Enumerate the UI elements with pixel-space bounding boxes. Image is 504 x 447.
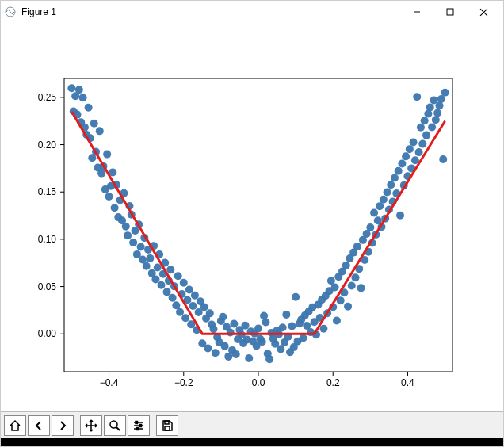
svg-point-68	[163, 288, 171, 296]
svg-point-90	[204, 344, 212, 352]
svg-point-40	[111, 204, 119, 212]
titlebar: Figure 1	[1, 1, 503, 23]
configure-button[interactable]	[128, 415, 150, 436]
y-tick-label: 0.25	[38, 92, 57, 103]
svg-point-212	[432, 116, 440, 124]
svg-point-57	[143, 262, 151, 270]
svg-point-112	[245, 354, 253, 362]
svg-point-83	[191, 292, 199, 300]
svg-point-132	[282, 311, 290, 319]
svg-point-172	[357, 284, 365, 292]
svg-line-219	[116, 427, 120, 430]
svg-point-170	[353, 243, 361, 250]
svg-point-196	[402, 152, 410, 160]
back-button[interactable]	[28, 415, 50, 436]
svg-point-198	[406, 145, 414, 153]
svg-point-152	[319, 325, 327, 333]
svg-point-164	[342, 262, 350, 269]
svg-point-117	[254, 324, 262, 332]
svg-point-104	[230, 319, 238, 327]
svg-point-54	[137, 243, 145, 250]
svg-rect-223	[136, 421, 138, 423]
y-tick-label: 0.05	[38, 281, 57, 292]
svg-point-205	[418, 140, 426, 148]
svg-point-21	[75, 86, 83, 94]
svg-point-182	[376, 202, 384, 210]
svg-point-167	[348, 282, 356, 290]
svg-point-215	[437, 95, 445, 103]
svg-rect-2	[447, 9, 453, 15]
svg-point-129	[277, 345, 284, 353]
svg-point-192	[395, 167, 403, 175]
svg-point-94	[212, 349, 220, 357]
svg-point-207	[422, 132, 430, 139]
svg-point-105	[232, 350, 240, 358]
forward-button[interactable]	[52, 415, 74, 436]
home-button[interactable]	[4, 415, 26, 436]
svg-point-47	[124, 231, 132, 239]
svg-rect-226	[165, 421, 169, 424]
svg-point-121	[262, 318, 269, 326]
svg-point-159	[333, 317, 341, 325]
svg-point-186	[384, 188, 391, 196]
svg-point-206	[421, 117, 429, 124]
svg-point-202	[413, 93, 421, 101]
svg-point-91	[206, 309, 214, 317]
svg-point-135	[288, 322, 296, 330]
close-button[interactable]	[467, 1, 500, 23]
svg-point-209	[426, 103, 434, 111]
navigation-toolbar	[1, 411, 503, 438]
svg-point-59	[146, 254, 154, 262]
svg-point-55	[139, 255, 147, 263]
svg-point-158	[331, 283, 339, 291]
svg-point-77	[180, 279, 188, 287]
svg-point-73	[172, 301, 180, 309]
svg-point-37	[105, 193, 113, 201]
svg-point-218	[110, 421, 117, 428]
svg-point-119	[258, 338, 266, 346]
svg-point-141	[300, 334, 307, 342]
svg-point-102	[227, 329, 235, 337]
svg-point-165	[344, 303, 352, 311]
plot-canvas[interactable]: −0.4−0.20.00.20.40.000.050.100.150.200.2…	[1, 23, 503, 411]
svg-point-190	[391, 174, 399, 182]
svg-point-46	[122, 223, 130, 231]
maximize-button[interactable]	[433, 1, 467, 23]
svg-point-177	[366, 224, 374, 231]
svg-point-75	[176, 308, 184, 316]
svg-point-204	[417, 124, 425, 132]
svg-point-217	[441, 89, 449, 97]
zoom-button[interactable]	[104, 415, 126, 436]
svg-point-70	[166, 266, 174, 273]
svg-point-32	[96, 127, 104, 135]
status-bar	[1, 438, 503, 446]
svg-point-98	[219, 313, 227, 321]
svg-point-130	[279, 323, 287, 331]
svg-rect-227	[165, 426, 170, 430]
svg-rect-224	[139, 424, 142, 426]
pan-button[interactable]	[80, 415, 102, 436]
x-tick-label: 0.4	[401, 377, 414, 388]
svg-point-210	[428, 123, 436, 131]
svg-point-193	[396, 212, 404, 220]
svg-point-50	[129, 239, 137, 246]
svg-point-36	[103, 151, 111, 159]
x-tick-label: −0.2	[174, 377, 193, 388]
svg-point-33	[97, 170, 105, 178]
minimize-button[interactable]	[400, 1, 433, 23]
save-button[interactable]	[156, 415, 178, 436]
svg-point-65	[158, 281, 166, 289]
y-tick-label: 0.15	[38, 186, 57, 197]
svg-point-188	[387, 181, 395, 189]
svg-point-23	[79, 94, 87, 101]
svg-point-194	[398, 159, 406, 167]
svg-point-29	[90, 120, 98, 128]
svg-point-137	[292, 293, 300, 301]
svg-point-74	[174, 272, 182, 280]
y-tick-label: 0.10	[38, 234, 57, 245]
svg-point-110	[242, 322, 250, 330]
svg-point-216	[439, 155, 447, 163]
window-title: Figure 1	[21, 6, 400, 17]
figure-window: Figure 1 −0.4−0.20.00.20.40.000.050.100.…	[0, 0, 504, 447]
y-tick-label: 0.00	[38, 328, 57, 339]
